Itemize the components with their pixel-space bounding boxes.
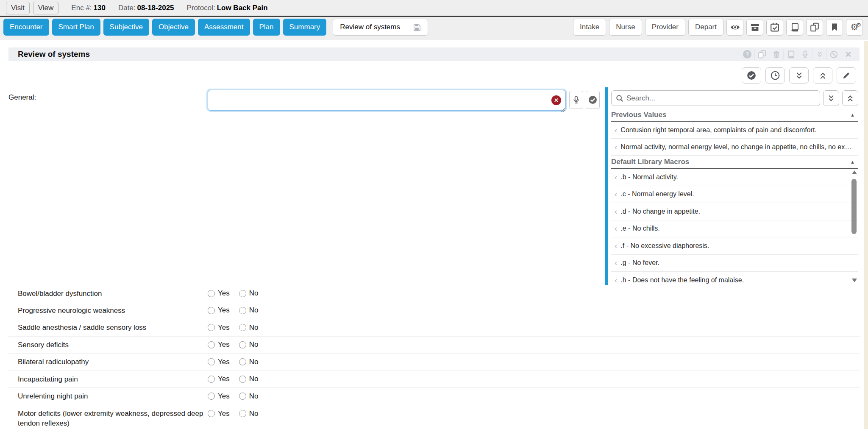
panel-divider-bar[interactable] [605,87,608,285]
double-chevron-down-icon[interactable] [789,67,809,84]
search-box[interactable] [611,90,820,106]
insert-left-chevron-icon: ‹ [615,189,617,199]
no-radio[interactable]: No [239,289,259,298]
yes-radio[interactable]: Yes [208,410,230,418]
expand-all-down-icon[interactable] [823,90,839,106]
no-radio[interactable]: No [239,340,259,349]
copy-icon[interactable] [806,19,823,36]
double-chevron-down-icon[interactable] [812,49,826,60]
question-row: Bowel/bladder dysfunction Yes No [8,285,860,302]
tab-subjective[interactable]: Subjective [103,19,149,36]
book-icon[interactable] [786,19,803,36]
confirm-check-button[interactable] [586,91,600,109]
copy-icon[interactable] [754,49,769,60]
main-content: Review of systems ? ✕ General: ✕ [0,40,868,429]
panel-header: Review of systems ? ✕ [8,47,860,61]
insert-left-chevron-icon: ‹ [615,142,617,152]
depart-button[interactable]: Depart [688,19,723,36]
eye-icon[interactable] [726,19,743,36]
protocol: Protocol:Low Back Pain [187,4,268,12]
scroll-up-arrow-icon[interactable] [852,170,857,174]
no-radio[interactable]: No [239,375,259,383]
ban-icon[interactable] [826,49,841,60]
clock-icon[interactable] [765,67,785,84]
visit-button[interactable]: Visit [6,2,30,14]
archive-icon[interactable] [746,19,763,36]
no-radio[interactable]: No [239,306,259,315]
help-icon[interactable]: ? [740,49,754,60]
question-row: Unrelenting night pain Yes No [8,388,860,405]
question-row: Sensory deficits Yes No [8,337,860,354]
collapse-caret-icon[interactable]: ▲ [850,159,855,164]
check-circle-icon[interactable] [742,67,761,84]
resize-grip-icon[interactable] [560,107,565,112]
previous-values-header: Previous Values ▲ [611,109,858,122]
yes-radio[interactable]: Yes [208,358,230,366]
panel-header-icons: ? ✕ [740,49,855,60]
yes-radio[interactable]: Yes [208,392,230,401]
collapse-caret-icon[interactable]: ▲ [850,112,855,117]
nav-bar: Encounter Smart Plan Subjective Objectiv… [0,17,868,40]
general-input-wrap: ✕ [208,90,566,111]
collapse-all-up-icon[interactable] [842,90,858,106]
close-icon[interactable]: ✕ [841,49,855,60]
red-flag-questions: Bowel/bladder dysfunction Yes No Progres… [8,285,860,429]
macro-item[interactable]: ‹.b - Normal activity. [611,169,858,186]
yes-radio[interactable]: Yes [208,340,230,349]
macro-item[interactable]: ‹.d - No change in appetite. [611,203,858,220]
tab-smart-plan[interactable]: Smart Plan [52,19,100,36]
macro-item[interactable]: ‹.c - Normal energy level. [611,186,858,203]
question-row: Motor deficits (lower extremity weakness… [8,405,860,429]
microphone-button[interactable] [569,91,583,109]
encounter-date: Date:08-18-2025 [118,4,174,12]
tab-objective[interactable]: Objective [152,19,195,36]
yes-radio[interactable]: Yes [208,289,230,298]
no-radio[interactable]: No [239,392,259,401]
edit-pencil-icon[interactable] [837,67,856,84]
search-input[interactable] [626,94,815,103]
microphone-icon[interactable] [798,49,812,60]
form-region: General: ✕ Previous Values ▲ [8,87,860,285]
provider-button[interactable]: Provider [645,19,685,36]
settings-gears-icon[interactable]: ⚙⚙ [846,19,863,36]
previous-value-item[interactable]: ‹ Contusion right temporal area, complai… [611,122,858,139]
macro-item[interactable]: ‹.f - No excessive diaphoresis. [611,237,858,255]
macro-scrollbar[interactable] [851,170,857,283]
calendar-check-icon[interactable] [766,19,783,36]
tab-encounter[interactable]: Encounter [3,19,49,36]
tab-plan[interactable]: Plan [253,19,280,36]
question-row: Progressive neurologic weakness Yes No [8,302,860,320]
tab-summary[interactable]: Summary [283,19,327,36]
no-radio[interactable]: No [239,358,259,366]
question-row: Saddle anesthesia / saddle sensory loss … [8,319,860,337]
tab-assessment[interactable]: Assessment [198,19,250,36]
general-input[interactable] [208,90,566,111]
view-button[interactable]: View [33,2,59,14]
yes-radio[interactable]: Yes [208,323,230,332]
question-label: Saddle anesthesia / saddle sensory loss [18,323,208,332]
bookmark-icon[interactable] [826,19,843,36]
no-radio[interactable]: No [239,323,259,332]
clear-field-icon[interactable]: ✕ [551,95,561,105]
nav-right-group: Intake Nurse Provider Depart ⚙⚙ [570,19,863,36]
intake-button[interactable]: Intake [573,19,606,36]
trash-icon[interactable] [769,49,783,60]
encounter-number: Enc #:130 [71,4,106,12]
question-label: Bowel/bladder dysfunction [18,289,208,298]
tab-review-of-systems-active[interactable]: Review of systems [333,19,428,36]
question-label: Bilateral radiculopathy [18,357,208,367]
previous-value-item[interactable]: ‹ Normal activity, normal energy level, … [611,139,858,156]
book-icon[interactable] [783,49,798,60]
macro-item[interactable]: ‹.h - Does not have the feeling of malai… [611,272,858,284]
macro-item[interactable]: ‹.e - No chills. [611,220,858,238]
yes-radio[interactable]: Yes [208,306,230,315]
nurse-button[interactable]: Nurse [609,19,642,36]
no-radio[interactable]: No [239,410,259,418]
question-label: Unrelenting night pain [18,391,208,401]
double-chevron-up-icon[interactable] [813,67,832,84]
scroll-down-arrow-icon[interactable] [852,279,857,282]
macro-item[interactable]: ‹.g - No fever. [611,255,858,272]
insert-left-chevron-icon: ‹ [615,224,617,233]
scrollbar-thumb[interactable] [851,179,857,234]
yes-radio[interactable]: Yes [208,375,230,383]
